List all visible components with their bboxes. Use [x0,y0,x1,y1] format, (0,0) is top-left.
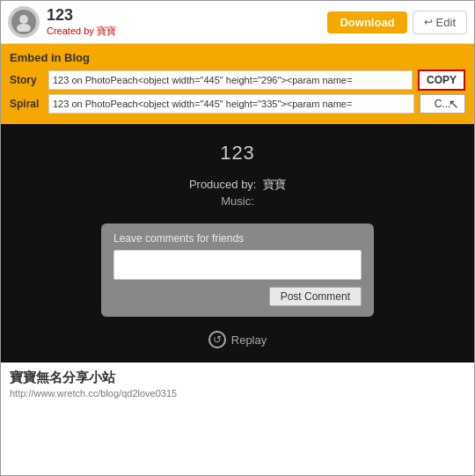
footer: 寶寶無名分享小站 http://www.wretch.cc/blog/qd2lo… [1,362,474,402]
cursor-icon: ↖ [449,97,459,111]
spiral-embed-input[interactable] [48,94,414,114]
footer-url: http://www.wretch.cc/blog/qd2love0315 [10,388,465,399]
replay-label: Replay [231,333,267,347]
download-button[interactable]: Download [327,11,406,33]
replay-row[interactable]: ↺ Replay [208,331,267,348]
header-actions: Download ↩ Edit [327,11,467,34]
edit-icon: ↩ [424,16,433,28]
header-info: 123 Created by 寶寶 [47,6,320,38]
comment-input-field[interactable] [113,250,362,280]
comment-label: Leave comments for friends [113,232,362,245]
main-content: 123 Produced by: 寶寶 Music: Leave comment… [1,124,474,362]
post-comment-button[interactable]: Post Comment [269,287,362,306]
slideshow-title: 123 [220,142,255,165]
replay-icon: ↺ [208,331,226,348]
spiral-embed-row: Spiral C... ↖ [10,94,465,114]
page-title: 123 [47,6,320,25]
footer-title: 寶寶無名分享小站 [10,370,465,386]
avatar [8,6,40,38]
embed-panel-title: Embed in Blog [10,51,465,64]
svg-point-0 [19,15,28,24]
svg-point-1 [17,24,31,32]
header: 123 Created by 寶寶 Download ↩ Edit [1,1,474,44]
spiral-label: Spiral [10,98,43,110]
music-line: Music: [221,194,254,208]
story-embed-row: Story COPY [10,70,465,91]
produced-by: Produced by: 寶寶 [189,177,286,193]
edit-button[interactable]: ↩ Edit [413,11,467,34]
story-label: Story [10,74,43,86]
comment-box: Leave comments for friends Post Comment [101,223,374,317]
story-copy-button[interactable]: COPY [418,70,465,91]
created-by: Created by 寶寶 [47,25,320,38]
embed-panel: Embed in Blog Story COPY Spiral C... ↖ [1,44,474,124]
story-embed-input[interactable] [48,70,413,90]
comment-footer: Post Comment [113,287,362,306]
spiral-copy-button[interactable]: C... ↖ [420,94,465,114]
